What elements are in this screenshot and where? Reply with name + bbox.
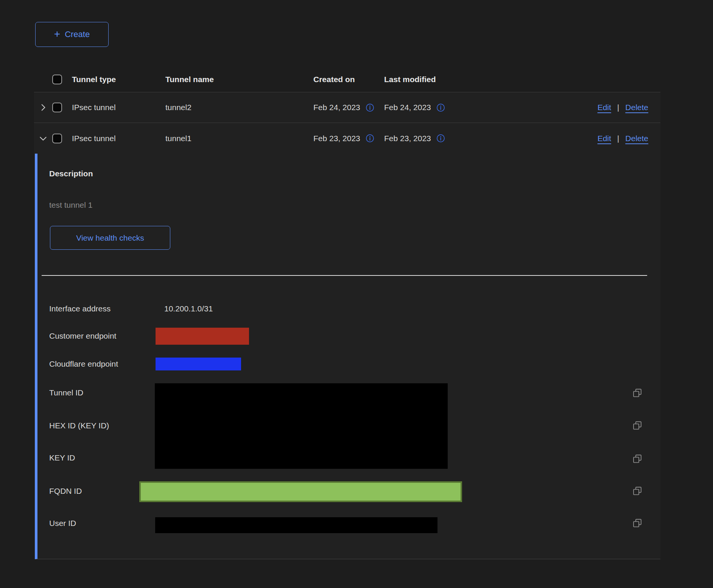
- info-circle-icon[interactable]: [366, 103, 374, 112]
- copy-icon: [632, 454, 643, 464]
- table-row: IPsec tunnel tunnel2 Feb 24, 2023 Feb 24…: [34, 92, 660, 123]
- field-label-tunnel-id: Tunnel ID: [49, 388, 83, 397]
- redacted-cloudflare-endpoint-value: [156, 358, 241, 370]
- copy-user-id-button[interactable]: [632, 518, 643, 529]
- actions-separator: |: [617, 103, 619, 112]
- redacted-id-values: [155, 383, 448, 469]
- header-tunnel-type: Tunnel type: [72, 75, 165, 84]
- row-checkbox[interactable]: [52, 134, 62, 143]
- actions-separator: |: [617, 134, 619, 143]
- header-created-on: Created on: [313, 75, 384, 84]
- cell-created-on: Feb 23, 2023: [313, 134, 360, 143]
- table-header-row: Tunnel type Tunnel name Created on Last …: [34, 67, 660, 92]
- edit-link[interactable]: Edit: [598, 134, 611, 143]
- description-value: test tunnel 1: [49, 201, 92, 210]
- view-health-checks-button[interactable]: View health checks: [50, 226, 170, 250]
- cell-tunnel-name: tunnel2: [165, 103, 313, 112]
- table-row: IPsec tunnel tunnel1 Feb 23, 2023 Feb 23…: [34, 123, 660, 154]
- copy-icon: [632, 486, 643, 496]
- tunnels-page: { "colors": { "background": "#1d1d1d", "…: [0, 0, 713, 588]
- field-label-interface-address: Interface address: [49, 304, 111, 313]
- cell-tunnel-type: IPsec tunnel: [72, 134, 165, 143]
- plus-icon: +: [54, 29, 60, 39]
- redacted-fqdn-id-value: [139, 481, 462, 502]
- copy-tunnel-id-button[interactable]: [632, 387, 643, 399]
- tunnel-detail-panel: Description test tunnel 1 View health ch…: [35, 154, 660, 559]
- redacted-customer-endpoint-value: [156, 328, 249, 345]
- field-label-customer-endpoint: Customer endpoint: [49, 331, 116, 341]
- chevron-down-icon: [38, 134, 48, 143]
- header-last-modified: Last modified: [384, 75, 509, 84]
- tunnels-table: Tunnel type Tunnel name Created on Last …: [34, 67, 660, 154]
- info-circle-icon[interactable]: [436, 134, 445, 143]
- delete-link[interactable]: Delete: [625, 103, 648, 112]
- copy-hex-id-button[interactable]: [632, 420, 643, 431]
- panel-divider: [42, 275, 647, 276]
- field-label-fqdn-id: FQDN ID: [49, 487, 82, 496]
- description-label: Description: [49, 169, 93, 178]
- edit-link[interactable]: Edit: [598, 103, 611, 112]
- copy-icon: [632, 518, 643, 529]
- field-label-key-id: KEY ID: [49, 453, 75, 462]
- create-button-label: Create: [65, 30, 90, 39]
- cell-created-on: Feb 24, 2023: [313, 103, 360, 112]
- redacted-user-id-value: [155, 517, 437, 533]
- delete-link[interactable]: Delete: [625, 134, 648, 143]
- create-button[interactable]: + Create: [35, 22, 109, 47]
- field-value-interface-address: 10.200.1.0/31: [164, 304, 213, 313]
- select-all-checkbox[interactable]: [52, 75, 62, 84]
- copy-fqdn-id-button[interactable]: [632, 485, 643, 497]
- cell-tunnel-type: IPsec tunnel: [72, 103, 165, 112]
- field-label-cloudflare-endpoint: Cloudflare endpoint: [49, 359, 118, 369]
- collapse-row-button[interactable]: [34, 134, 52, 143]
- cell-last-modified: Feb 24, 2023: [384, 103, 431, 112]
- expand-row-button[interactable]: [34, 103, 52, 112]
- cell-last-modified: Feb 23, 2023: [384, 134, 431, 143]
- header-tunnel-name: Tunnel name: [165, 75, 313, 84]
- info-circle-icon[interactable]: [436, 103, 445, 112]
- row-checkbox[interactable]: [52, 103, 62, 112]
- copy-icon: [632, 420, 643, 431]
- field-label-hex-id: HEX ID (KEY ID): [49, 421, 109, 430]
- field-label-user-id: User ID: [49, 519, 76, 528]
- copy-key-id-button[interactable]: [632, 453, 643, 465]
- copy-icon: [632, 388, 643, 398]
- cell-tunnel-name: tunnel1: [165, 134, 313, 143]
- chevron-right-icon: [38, 103, 48, 112]
- info-circle-icon[interactable]: [366, 134, 374, 143]
